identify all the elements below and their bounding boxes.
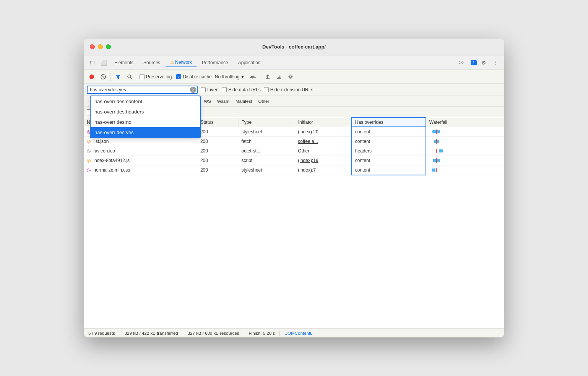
- disable-cache-checkbox[interactable]: ✓: [176, 74, 181, 79]
- invert-label[interactable]: Invert: [201, 87, 219, 92]
- traffic-lights: [90, 44, 111, 49]
- js-file-icon: ◎: [87, 158, 91, 163]
- inspect-icon[interactable]: ⬚: [87, 57, 97, 68]
- svg-marker-3: [116, 75, 120, 79]
- stop-recording-button[interactable]: [87, 72, 97, 82]
- tabbar: ⬚ ⬜ Elements Sources ⚠Network Performanc…: [84, 55, 504, 70]
- filter-input[interactable]: [87, 86, 198, 94]
- more-tabs-button[interactable]: >>: [455, 58, 469, 67]
- finish-time: Finish: 5.20 s: [249, 331, 275, 335]
- statusbar: 5 / 9 requests 329 kB / 422 kB transferr…: [84, 328, 504, 337]
- col-has-overrides[interactable]: Has overrides: [352, 118, 426, 127]
- cell-overrides: content: [352, 127, 426, 137]
- autocomplete-item-no[interactable]: has-overrides:no: [91, 117, 200, 127]
- tab-application[interactable]: Application: [234, 58, 265, 67]
- type-ws[interactable]: WS: [201, 99, 214, 104]
- cell-overrides: content: [352, 165, 426, 175]
- requests-count: 5 / 9 requests: [88, 331, 115, 335]
- throttle-select[interactable]: No throttling ▼: [213, 73, 247, 80]
- tab-performance[interactable]: Performance: [197, 58, 233, 67]
- cell-name: ◎ normalize.min.css: [84, 165, 197, 175]
- tab-network[interactable]: ⚠Network: [166, 58, 197, 67]
- cell-initiator: (index):19: [295, 156, 351, 165]
- cell-waterfall: [426, 165, 504, 175]
- toolbar: Preserve log ✓ Disable cache No throttli…: [84, 70, 504, 84]
- cell-overrides: content: [352, 137, 426, 146]
- table-row[interactable]: ◎ normalize.min.css 200 stylesheet (inde…: [84, 165, 504, 175]
- svg-point-6: [252, 77, 253, 78]
- invert-checkbox[interactable]: [201, 87, 206, 92]
- cell-status: 200: [197, 127, 239, 137]
- network-conditions-icon[interactable]: [248, 72, 258, 82]
- cell-initiator: Other: [295, 146, 351, 156]
- autocomplete-item-yes[interactable]: has-overrides:yes: [91, 127, 200, 138]
- preserve-log-checkbox[interactable]: [140, 74, 145, 79]
- type-other[interactable]: Other: [255, 99, 272, 104]
- tab-sources[interactable]: Sources: [139, 58, 165, 67]
- device-icon[interactable]: ⬜: [98, 57, 109, 68]
- more-options-icon[interactable]: ⋮: [491, 57, 501, 68]
- window-title: DevTools - coffee-cart.app/: [262, 44, 326, 50]
- autocomplete-item-headers[interactable]: has-overrides:headers: [91, 107, 200, 117]
- cell-name: ◎ index-8bfa4912.js: [84, 156, 197, 165]
- hide-ext-urls-label[interactable]: Hide extension URLs: [264, 87, 313, 92]
- tab-right-icons: >> 1 ⚙ ⋮: [455, 57, 501, 68]
- warning-icon: ⚠: [170, 60, 174, 65]
- cell-type: stylesheet: [239, 165, 295, 175]
- transferred-size: 329 kB / 422 kB transferred: [125, 331, 178, 335]
- clear-button[interactable]: [98, 72, 108, 82]
- filter-input-wrapper: ✕ has-overrides:content has-overrides:he…: [87, 86, 198, 94]
- autocomplete-dropdown: has-overrides:content has-overrides:head…: [90, 96, 201, 138]
- filterbar: ✕ has-overrides:content has-overrides:he…: [84, 84, 504, 96]
- cell-initiator: (index):20: [295, 127, 351, 137]
- cell-type: stylesheet: [239, 127, 295, 137]
- table-row[interactable]: ◎ index-8bfa4912.js 200 script (index):1…: [84, 156, 504, 165]
- cell-waterfall: [426, 127, 504, 137]
- cell-overrides: content: [352, 156, 426, 165]
- filter-clear-button[interactable]: ✕: [190, 87, 196, 93]
- settings-icon[interactable]: ⚙: [478, 57, 489, 68]
- cell-initiator: coffee.a...: [295, 137, 351, 146]
- hide-ext-urls-checkbox[interactable]: [264, 87, 269, 92]
- preserve-log-label[interactable]: Preserve log: [140, 74, 172, 79]
- cell-overrides: headers: [352, 146, 426, 156]
- titlebar: DevTools - coffee-cart.app/: [84, 39, 504, 55]
- upload-icon[interactable]: [263, 72, 273, 82]
- settings-gear-icon[interactable]: [286, 72, 296, 82]
- close-button[interactable]: [90, 44, 95, 49]
- disable-cache-label[interactable]: ✓ Disable cache: [176, 74, 211, 79]
- cell-initiator: (index):7: [295, 165, 351, 175]
- css-file-icon-2: ◎: [87, 167, 91, 173]
- tab-elements[interactable]: Elements: [110, 58, 138, 67]
- search-button[interactable]: [125, 72, 135, 82]
- console-badge[interactable]: 1: [471, 60, 477, 65]
- main-content: Name Status Type Initiator Has overrides…: [84, 117, 504, 337]
- type-manifest[interactable]: Manifest: [233, 99, 255, 104]
- col-initiator[interactable]: Initiator: [295, 118, 351, 127]
- hide-data-urls-checkbox[interactable]: [222, 87, 227, 92]
- filter-toggle-button[interactable]: [113, 72, 123, 82]
- svg-point-11: [290, 76, 292, 78]
- col-type[interactable]: Type: [239, 118, 295, 127]
- cell-status: 200: [197, 137, 239, 146]
- col-waterfall[interactable]: Waterfall: [426, 118, 504, 127]
- minimize-button[interactable]: [98, 44, 103, 49]
- cell-waterfall: [426, 156, 504, 165]
- hide-data-urls-label[interactable]: Hide data URLs: [222, 87, 261, 92]
- cell-waterfall: [426, 146, 504, 156]
- domcontent-link[interactable]: DOMContentL: [284, 331, 313, 335]
- maximize-button[interactable]: [106, 44, 111, 49]
- svg-point-0: [89, 75, 94, 79]
- cell-type: fetch: [239, 137, 295, 146]
- cell-type: script: [239, 156, 295, 165]
- divider-2: [137, 73, 137, 81]
- autocomplete-item-content[interactable]: has-overrides:content: [91, 96, 200, 107]
- resources-size: 327 kB / 600 kB resources: [188, 331, 239, 335]
- download-icon[interactable]: [274, 72, 284, 82]
- table-row[interactable]: ◎ favicon.ico 200 octet-str... Other hea…: [84, 146, 504, 156]
- col-status[interactable]: Status: [197, 118, 239, 127]
- type-wasm[interactable]: Wasm: [214, 99, 232, 104]
- divider-1: [110, 73, 111, 81]
- network-table[interactable]: Name Status Type Initiator Has overrides…: [84, 117, 504, 328]
- cell-waterfall: [426, 137, 504, 146]
